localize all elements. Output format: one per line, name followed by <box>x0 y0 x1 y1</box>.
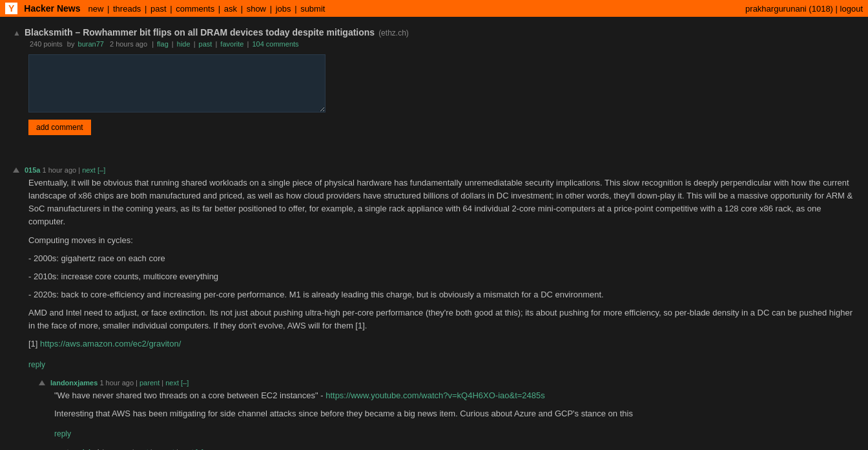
nav-submit[interactable]: submit <box>300 4 325 14</box>
comment-015a-header: 015a 1 hour ago | next [–] <box>13 166 855 174</box>
comment-landonxjames-reply[interactable]: reply <box>54 428 71 440</box>
comment-015a-meta: 015a 1 hour ago | next [–] <box>25 166 105 174</box>
comment-015a-p2: Computing moves in cycles: <box>28 234 855 247</box>
article-hide[interactable]: hide <box>177 40 191 48</box>
add-comment-button[interactable]: add comment <box>28 120 91 135</box>
article-points: 240 points <box>30 40 63 48</box>
comment-textarea[interactable] <box>28 54 326 112</box>
nav-ask[interactable]: ask <box>224 4 237 14</box>
comment-landonxjames-parent[interactable]: parent <box>140 379 160 387</box>
main-content: ▲ Blacksmith – Rowhammer bit flips on al… <box>0 17 868 450</box>
comment-015a-collapse[interactable]: [–] <box>98 166 105 174</box>
comment-landonxjames-header: landonxjames 1 hour ago | parent | next … <box>39 379 855 387</box>
comment-landonxjames-p1: "We have never shared two threads on a c… <box>54 389 855 402</box>
comment-015a-p3: - 2000s: gigahertz race on each core <box>28 252 855 265</box>
comment-015a-link[interactable]: https://aws.amazon.com/ec2/graviton/ <box>40 339 181 348</box>
username-link[interactable]: prakhargurunani (1018) <box>745 4 833 14</box>
comment-landonxjames-video-link[interactable]: https://www.youtube.com/watch?v=kQ4H6XO-… <box>326 391 545 400</box>
nav-threads[interactable]: threads <box>113 4 141 14</box>
site-name: Hacker News <box>24 3 80 14</box>
comment-015a: 015a 1 hour ago | next [–] Eventually, i… <box>13 166 855 450</box>
comments-section: 015a 1 hour ago | next [–] Eventually, i… <box>13 166 855 450</box>
article-time: 2 hours ago <box>110 40 147 48</box>
comment-015a-reply[interactable]: reply <box>28 359 45 371</box>
article-title-link[interactable]: Blacksmith – Rowhammer bit flips on all … <box>25 27 375 38</box>
comment-015a-next[interactable]: next <box>82 166 96 174</box>
comment-landonxjames: landonxjames 1 hour ago | parent | next … <box>39 379 855 450</box>
comment-landonxjames-next[interactable]: next <box>165 379 179 387</box>
article-meta: 240 points by buran77 2 hours ago | flag… <box>28 40 855 48</box>
comment-landonxjames-meta: landonxjames 1 hour ago | parent | next … <box>50 379 189 387</box>
comment-015a-p7: [1] https://aws.amazon.com/ec2/graviton/ <box>28 338 855 350</box>
article-title-row: ▲ Blacksmith – Rowhammer bit flips on al… <box>13 27 855 38</box>
comment-015a-p1: Eventually, it will be obvious that runn… <box>28 177 855 229</box>
nav-comments[interactable]: comments <box>176 4 214 14</box>
comment-015a-body: Eventually, it will be obvious that runn… <box>28 177 855 371</box>
nav-jobs[interactable]: jobs <box>276 4 291 14</box>
header: Y Hacker News new | threads | past | com… <box>0 0 868 17</box>
comment-landonxjames-collapse[interactable]: [–] <box>181 379 189 387</box>
article-flag[interactable]: flag <box>157 40 169 48</box>
comment-015a-p5: - 2020s: back to core-efficiency and inc… <box>28 288 855 301</box>
nav-show[interactable]: show <box>247 4 266 14</box>
nav-past[interactable]: past <box>150 4 167 14</box>
comment-landonxjames-username[interactable]: landonxjames <box>50 379 98 387</box>
main-nav: new | threads | past | comments | ask | … <box>88 4 326 14</box>
article-author[interactable]: buran77 <box>78 40 104 48</box>
article-favorite[interactable]: favorite <box>220 40 243 48</box>
nav-new[interactable]: new <box>88 4 104 14</box>
user-info: prakhargurunani (1018) | logout <box>745 4 863 14</box>
comment-015a-p4: - 2010s: increase core counts, multicore… <box>28 270 855 283</box>
comment-form: add comment <box>28 54 855 135</box>
site-logo: Y <box>5 3 17 14</box>
article-past[interactable]: past <box>199 40 212 48</box>
comment-landonxjames-p2: Interesting that AWS has been mitigating… <box>54 407 855 420</box>
comment-015a-username[interactable]: 015a <box>25 166 40 174</box>
comment-landonxjames-body: "We have never shared two threads on a c… <box>54 389 855 440</box>
comment-015a-p6: AMD and Intel need to adjust, or face ex… <box>28 306 855 332</box>
comment-landonxjames-upvote-icon[interactable] <box>39 380 45 385</box>
article-upvote-icon[interactable]: ▲ <box>13 28 21 38</box>
logout-link[interactable]: logout <box>840 4 863 14</box>
article-comments-link[interactable]: 104 comments <box>252 40 298 48</box>
article-domain: (ethz.ch) <box>378 28 409 38</box>
comment-015a-upvote-icon[interactable] <box>13 167 19 173</box>
